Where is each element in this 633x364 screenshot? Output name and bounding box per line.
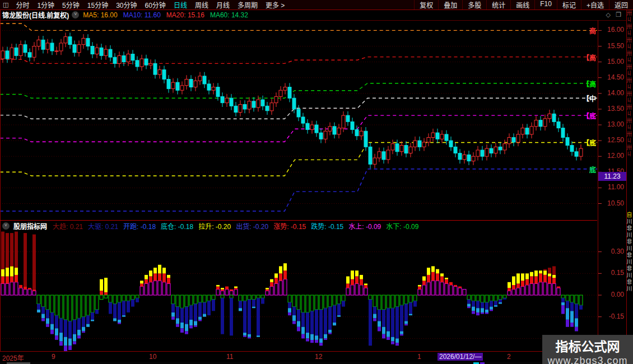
histogram-bar-positive xyxy=(543,269,547,271)
histogram-bar-positive xyxy=(346,288,350,295)
period-tab-30分钟[interactable]: 30分钟 xyxy=(116,0,137,10)
histogram-bar-negative xyxy=(248,334,251,337)
histogram-bar-positive xyxy=(167,278,170,283)
histogram-bar-positive xyxy=(6,277,9,284)
price-axis-label: 12.50 xyxy=(599,136,624,144)
candle-body xyxy=(145,59,148,65)
period-tab-月线[interactable]: 月线 xyxy=(216,0,230,10)
action-button-+自选[interactable]: +自选 xyxy=(581,0,609,10)
histogram-bar-negative xyxy=(73,320,76,334)
histogram-bar-negative xyxy=(378,327,381,332)
histogram-bar-positive xyxy=(436,273,439,281)
indicator-value: 底仓: -0.18 xyxy=(161,223,193,231)
time-axis-label: 2 xyxy=(507,353,511,361)
right-edge-clipped-text-lower: 川非川非川非川非川非川 xyxy=(626,218,632,336)
histogram-bar-positive xyxy=(543,282,547,295)
histogram-bar-negative xyxy=(301,312,305,327)
candle-body xyxy=(472,156,475,161)
period-tab-1分钟[interactable]: 1分钟 xyxy=(37,0,54,10)
histogram-bar-negative xyxy=(579,305,583,310)
histogram-bar-negative xyxy=(301,295,305,312)
title-corner-icons[interactable]: ◇ ❒ xyxy=(606,11,623,18)
period-tab-更多 >[interactable]: 更多 > xyxy=(266,0,285,10)
histogram-bar-negative xyxy=(413,295,417,301)
histogram-bar-positive xyxy=(521,287,524,296)
period-tab-5分钟[interactable]: 5分钟 xyxy=(62,0,80,10)
histogram-bar-positive xyxy=(436,281,439,295)
candle-body xyxy=(485,148,488,156)
candle-body xyxy=(216,87,220,97)
histogram-bar-negative xyxy=(333,323,336,325)
histogram-bar-negative xyxy=(395,295,399,307)
candle-body xyxy=(292,98,296,109)
histogram-bar-negative xyxy=(292,307,296,316)
histogram-bar-positive xyxy=(266,291,269,295)
histogram-bar-negative xyxy=(404,295,408,304)
action-button-画线[interactable]: 画线 xyxy=(510,0,534,10)
histogram-bar-positive xyxy=(445,283,448,295)
histogram-bar-positive xyxy=(539,282,542,295)
candle-body xyxy=(274,96,278,102)
time-axis[interactable]: 2025年910111212026/01/12/—2 xyxy=(0,351,633,362)
candle-body xyxy=(171,82,175,88)
period-tab-分时[interactable]: 分时 xyxy=(16,0,29,10)
action-button-叠加[interactable]: 叠加 xyxy=(438,0,462,10)
histogram-bar-negative xyxy=(333,295,336,305)
histogram-bar-negative xyxy=(68,346,72,350)
action-button-标记[interactable]: 标记 xyxy=(557,0,581,10)
histogram-bar-negative xyxy=(198,320,202,321)
candle-body xyxy=(109,49,112,57)
period-tab-15分钟[interactable]: 15分钟 xyxy=(87,0,108,10)
action-button-统计[interactable]: 统计 xyxy=(486,0,510,10)
price-badge: 11.23 xyxy=(598,172,626,181)
price-axis-label: 15.00 xyxy=(599,58,624,66)
action-button-复权[interactable]: 复权 xyxy=(414,0,438,10)
candle-body xyxy=(91,46,94,54)
period-tab-60分钟[interactable]: 60分钟 xyxy=(145,0,166,10)
histogram-bar-negative xyxy=(176,318,179,324)
right-edge-strip[interactable]: 卅丩卅丩卅丩卅丩卅丩卅丩卅丩卅丩卅丩卅丩卅丩 自 川非川非川非川非川非川 xyxy=(626,10,633,364)
histogram-bar-negative xyxy=(257,295,260,298)
histogram-bar-positive xyxy=(167,283,170,295)
candle-body xyxy=(1,51,4,59)
candle-body xyxy=(95,48,99,54)
ma-value: MA60: 14.32 xyxy=(210,11,248,19)
period-tab-日线[interactable]: 日线 xyxy=(174,0,187,10)
action-button-F10[interactable]: F10 xyxy=(534,0,557,10)
histogram-bar-negative xyxy=(476,312,480,315)
histogram-bar-positive xyxy=(521,281,524,286)
histogram-bar-negative xyxy=(243,295,246,301)
histogram-bar-positive xyxy=(355,270,359,276)
indicator-value: 跌势: -0.15 xyxy=(311,223,343,231)
candle-body xyxy=(557,122,560,128)
histogram-bar-negative xyxy=(373,314,376,319)
histogram-bar-positive xyxy=(557,287,560,288)
chevron-down-icon[interactable]: ˅ xyxy=(72,11,79,18)
histogram-bar-negative xyxy=(37,295,40,304)
candle-body xyxy=(378,152,381,158)
candle-body xyxy=(570,146,574,152)
candle-body xyxy=(212,87,215,91)
histogram-bar-negative xyxy=(395,338,399,343)
indicator-collapse-icon[interactable]: ˅ xyxy=(2,222,10,230)
candle-body xyxy=(355,129,359,136)
histogram-bar-positive xyxy=(530,283,533,295)
action-button-返回[interactable]: 返回 xyxy=(609,0,633,10)
period-tab-多周期[interactable]: 多周期 xyxy=(238,0,258,10)
histogram-bar-negative xyxy=(373,318,376,321)
histogram-bar-negative xyxy=(252,307,255,309)
candle-body xyxy=(346,115,350,122)
histogram-bar-negative xyxy=(472,301,475,306)
chart-canvas[interactable] xyxy=(0,0,633,364)
histogram-bar-positive xyxy=(24,233,27,287)
candle-body xyxy=(454,147,457,153)
period-tab-周线[interactable]: 周线 xyxy=(195,0,208,10)
histogram-bar-positive xyxy=(28,288,31,290)
histogram-bar-negative xyxy=(109,295,112,302)
histogram-bar-negative xyxy=(50,330,54,334)
window-icon[interactable]: ◫ xyxy=(3,1,8,8)
histogram-bar-positive xyxy=(153,273,157,281)
action-button-多股[interactable]: 多股 xyxy=(462,0,486,10)
histogram-bar-negative xyxy=(55,328,58,335)
time-axis-label: 9 xyxy=(52,353,55,361)
